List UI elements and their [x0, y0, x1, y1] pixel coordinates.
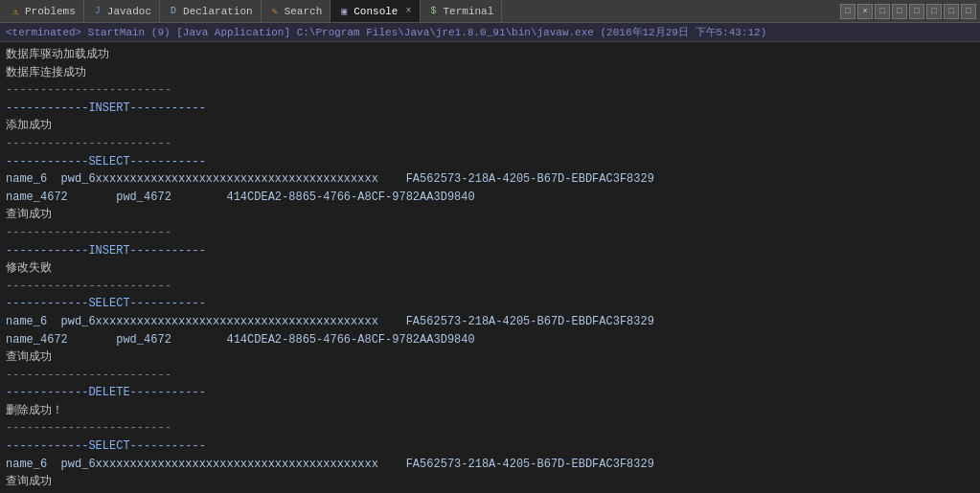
terminated-bar: <terminated> StartMain (9) [Java Applica… [0, 23, 980, 42]
console-line-14: ------------SELECT----------- [6, 295, 974, 313]
tab-declaration[interactable]: DDeclaration [160, 0, 262, 22]
console-line-16: name_4672 pwd_4672 414CDEA2-8865-4766-A8… [6, 331, 974, 349]
window-controls: □×□□□□□□ [840, 4, 980, 19]
console-line-7: name_6 pwd_6xxxxxxxxxxxxxxxxxxxxxxxxxxxx… [6, 170, 974, 189]
win-control-btn-1[interactable]: × [857, 4, 873, 19]
search-tab-icon: ✎ [269, 6, 281, 17]
console-line-9: 查询成功 [6, 206, 974, 224]
console-line-24: 查询成功 [6, 473, 974, 491]
win-control-btn-7[interactable]: □ [961, 4, 976, 19]
win-control-btn-2[interactable]: □ [875, 4, 890, 19]
tab-problems[interactable]: ⚠Problems [2, 0, 84, 22]
console-line-3: ------------INSERT----------- [6, 100, 974, 118]
console-line-10: ------------------------ [6, 224, 974, 242]
win-control-btn-5[interactable]: □ [926, 4, 942, 19]
console-line-18: ------------------------ [6, 367, 974, 385]
console-line-5: ------------------------ [6, 135, 974, 153]
console-line-12: 修改失败 [6, 259, 974, 278]
console-line-8: name_4672 pwd_4672 414CDEA2-8865-4766-A8… [6, 189, 974, 207]
console-line-11: ------------INSERT----------- [6, 242, 974, 260]
console-line-17: 查询成功 [6, 348, 974, 367]
tab-console[interactable]: ▣Console× [330, 0, 420, 22]
javadoc-tab-label: Javadoc [107, 6, 151, 17]
win-control-btn-3[interactable]: □ [892, 4, 907, 19]
console-tab-close[interactable]: × [405, 6, 411, 16]
console-line-0: 数据库驱动加载成功 [6, 46, 974, 64]
tab-javadoc[interactable]: JJavadoc [84, 0, 160, 22]
console-line-4: 添加成功 [6, 117, 974, 135]
tab-bar: ⚠ProblemsJJavadocDDeclaration✎Search▣Con… [0, 0, 980, 23]
console-tab-icon: ▣ [338, 6, 350, 17]
console-line-22: ------------SELECT----------- [6, 437, 974, 456]
tab-terminal[interactable]: $Terminal [421, 0, 503, 22]
search-tab-label: Search [285, 6, 323, 17]
console-line-15: name_6 pwd_6xxxxxxxxxxxxxxxxxxxxxxxxxxxx… [6, 313, 974, 331]
console-line-2: ------------------------ [6, 81, 974, 100]
console-output: 数据库驱动加载成功数据库连接成功------------------------… [0, 42, 980, 493]
console-line-13: ------------------------ [6, 278, 974, 296]
problems-tab-icon: ⚠ [10, 6, 21, 17]
console-line-6: ------------SELECT----------- [6, 153, 974, 171]
javadoc-tab-icon: J [92, 6, 103, 17]
win-control-btn-0[interactable]: □ [840, 4, 855, 19]
terminal-tab-label: Terminal [444, 6, 494, 17]
win-control-btn-6[interactable]: □ [944, 4, 959, 19]
win-control-btn-4[interactable]: □ [909, 4, 924, 19]
console-line-1: 数据库连接成功 [6, 64, 974, 82]
problems-tab-label: Problems [25, 6, 76, 17]
tab-search[interactable]: ✎Search [262, 0, 331, 22]
terminal-tab-icon: $ [428, 6, 440, 17]
declaration-tab-icon: D [168, 6, 179, 17]
console-tab-label: Console [353, 6, 398, 17]
terminated-text: <terminated> StartMain (9) [Java Applica… [6, 25, 766, 39]
console-line-23: name_6 pwd_6xxxxxxxxxxxxxxxxxxxxxxxxxxxx… [6, 456, 974, 474]
console-line-19: ------------DELETE----------- [6, 384, 974, 402]
console-line-20: 删除成功！ [6, 402, 974, 420]
console-line-21: ------------------------ [6, 419, 974, 437]
declaration-tab-label: Declaration [183, 6, 253, 17]
